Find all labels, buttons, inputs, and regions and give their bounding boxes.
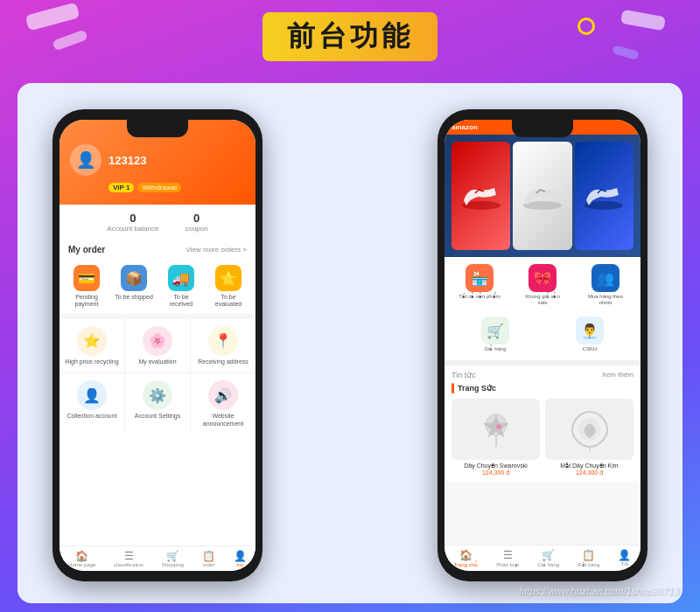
- username: 123123: [108, 154, 146, 167]
- avatar: 👤: [70, 144, 102, 176]
- nav-shopping-label: Shopping: [162, 562, 184, 567]
- jewelry-bar: [452, 383, 454, 393]
- news-header: Tin tức Xem thêm: [452, 371, 634, 379]
- feature-evaluation[interactable]: 🌸 My evaluation: [125, 319, 190, 372]
- mat-day-svg: [568, 407, 612, 451]
- svg-point-5: [496, 424, 501, 429]
- collection-icon: 👤: [77, 380, 107, 410]
- nav-shopping[interactable]: 🛒 Shopping: [162, 550, 184, 567]
- shoe-white: [513, 142, 571, 250]
- deco-shape-1: [25, 3, 80, 31]
- swarovski-price: 124,300 đ: [452, 469, 540, 476]
- title-banner: 前台功能: [262, 12, 438, 61]
- order-icons-row: 💳 Pendingpayment 📦 To be shipped 🚚 To be…: [60, 260, 256, 319]
- shipped-label: To be shipped: [113, 294, 155, 301]
- shoe-blue-svg: [582, 181, 626, 212]
- background: 前台功能 👤 123123 VIP 1 Withdrawal: [0, 0, 700, 612]
- jewelry-header: Trang Sức: [452, 383, 634, 393]
- shoe-white-svg: [521, 181, 564, 212]
- left-phone-frame: 👤 123123 VIP 1 Withdrawal 0 Account bala…: [52, 109, 262, 581]
- right-nav-toi[interactable]: 👤 Tôi: [618, 549, 631, 567]
- feature-recycling[interactable]: ⭐ High price recycling: [60, 319, 124, 372]
- right-toi-icon: 👤: [618, 549, 631, 561]
- pending-icon: 💳: [74, 265, 100, 291]
- shoe-red: [452, 142, 510, 250]
- right-nav-phanloai[interactable]: ☰ Phân loại: [496, 549, 519, 567]
- evaluation-label: My evaluation: [129, 358, 186, 365]
- feature-settings[interactable]: ⚙️ Account Settings: [125, 373, 190, 435]
- nav-home[interactable]: 🏠 Home page: [68, 550, 95, 567]
- stats-row: 0 Account balance 0 coupon: [60, 205, 256, 240]
- right-home-label: Trang chủ: [454, 562, 478, 567]
- settings-label: Account Settings: [129, 413, 186, 420]
- sale-frame-icon: 🎀: [528, 264, 556, 292]
- cart[interactable]: 🛒 Giỏ hàng: [473, 316, 517, 352]
- news-more[interactable]: Xem thêm: [602, 371, 634, 379]
- right-toi-label: Tôi: [621, 561, 628, 567]
- page-title: 前台功能: [287, 17, 413, 56]
- swarovski-name: Dây Chuyền Swarovski: [452, 462, 540, 469]
- my-icon: 👤: [234, 550, 247, 562]
- feature-announcement[interactable]: 🔊 Websiteannouncement: [191, 373, 256, 435]
- right-phone: amazon: [438, 109, 648, 581]
- group-buy-icon: 👥: [592, 264, 620, 292]
- shoe-red-svg: [459, 181, 503, 212]
- all-products[interactable]: 🏪 Tất cả sản phẩm: [458, 264, 501, 306]
- left-phone-notch: [127, 120, 188, 137]
- product-banner: [444, 135, 640, 257]
- recycling-label: High price recycling: [63, 358, 121, 365]
- feature-grid: ⭐ High price recycling 🌸 My evaluation 📍…: [60, 319, 256, 435]
- right-phanloai-icon: ☰: [496, 549, 519, 561]
- shoe-blue: [575, 142, 634, 250]
- cskh[interactable]: 👨‍💼 CSKH: [568, 316, 612, 352]
- group-buy-label: Mua hàng theo nhóm: [584, 294, 627, 306]
- right-phone-screen: amazon: [444, 120, 640, 571]
- group-buy[interactable]: 👥 Mua hàng theo nhóm: [584, 264, 627, 306]
- sale-frame-label: Khung giỏ sản sale: [521, 294, 564, 306]
- nav-my[interactable]: 👤 my: [234, 550, 247, 567]
- feature-address[interactable]: 📍 Receiving address: [191, 319, 256, 372]
- vip-badge: VIP 1: [108, 183, 134, 192]
- jewelry-title: Trang Sức: [458, 384, 496, 393]
- order-received[interactable]: 🚚 To bereceived: [160, 265, 202, 309]
- collection-label: Collection account: [63, 413, 121, 420]
- home-icon: 🏠: [68, 550, 95, 562]
- address-label: Receiving address: [194, 358, 252, 365]
- right-nav-dathang[interactable]: 📋 Đặt hàng: [578, 549, 599, 567]
- evaluation-icon: 🌸: [143, 326, 172, 356]
- announcement-label: Websiteannouncement: [194, 413, 252, 428]
- right-phone-notch: [512, 120, 573, 137]
- nav-home-label: Home page: [68, 562, 95, 567]
- balance-label: Account balance: [107, 225, 158, 233]
- order-evaluated[interactable]: ⭐ To beevaluated: [207, 265, 249, 309]
- nav-order[interactable]: 📋 order: [202, 550, 215, 567]
- right-feature-row-2: 🛒 Giỏ hàng 👨‍💼 CSKH: [444, 313, 640, 365]
- right-giohang-icon: 🛒: [537, 549, 559, 561]
- right-nav-home[interactable]: 🏠 Trang chủ: [454, 549, 478, 567]
- user-info: 👤 123123: [70, 144, 245, 176]
- order-pending[interactable]: 💳 Pendingpayment: [66, 265, 108, 309]
- cart-icon: 🛒: [481, 316, 509, 344]
- received-icon: 🚚: [168, 265, 194, 291]
- nav-order-label: order: [202, 562, 214, 567]
- sale-frame[interactable]: 🎀 Khung giỏ sản sale: [521, 264, 564, 306]
- left-phone: 👤 123123 VIP 1 Withdrawal 0 Account bala…: [52, 109, 262, 581]
- mat-day-img: [545, 399, 634, 460]
- product-mat-day[interactable]: Mặt Dây Chuyền Kim 124,300 đ: [545, 399, 634, 476]
- mat-day-name: Mặt Dây Chuyền Kim: [545, 462, 634, 469]
- my-order-title: My order: [68, 245, 105, 254]
- left-bottom-nav: 🏠 Home page ☰ classification 🛒 Shopping: [60, 546, 256, 571]
- view-more-link[interactable]: View more orders >: [186, 246, 247, 254]
- right-nav-giohang[interactable]: 🛒 Giỏ hàng: [537, 549, 559, 567]
- right-dathang-label: Đặt hàng: [578, 562, 599, 567]
- deco-shape-3: [620, 10, 666, 31]
- right-dathang-icon: 📋: [578, 549, 599, 561]
- my-order-header: My order View more orders >: [60, 240, 256, 260]
- product-swarovski[interactable]: Dây Chuyền Swarovski 124,300 đ: [452, 399, 540, 476]
- feature-collection[interactable]: 👤 Collection account: [60, 373, 124, 435]
- right-feature-row-1: 🏪 Tất cả sản phẩm 🎀 Khung giỏ sản sale 👥…: [444, 257, 640, 313]
- shipped-icon: 📦: [121, 265, 147, 291]
- order-shipped[interactable]: 📦 To be shipped: [113, 265, 155, 309]
- nav-classification[interactable]: ☰ classification: [114, 550, 144, 567]
- balance-value: 0: [107, 212, 158, 225]
